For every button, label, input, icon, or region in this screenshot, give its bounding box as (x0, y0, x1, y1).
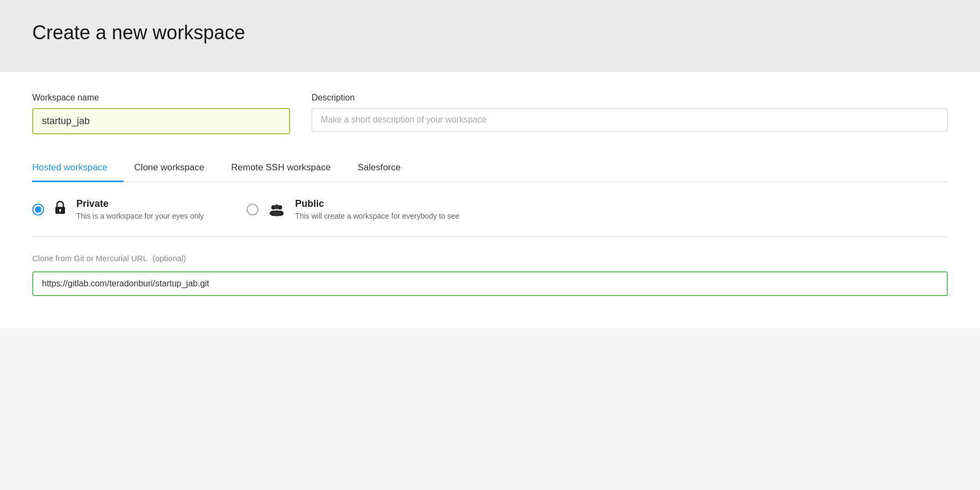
tab-salesforce[interactable]: Salesforce (357, 156, 416, 182)
public-description: This will create a workspace for everybo… (295, 212, 459, 220)
svg-point-7 (275, 204, 279, 209)
svg-rect-2 (60, 210, 61, 212)
visibility-section: Private This is a workspace for your eye… (32, 198, 948, 237)
tabs-container: Hosted workspace Clone workspace Remote … (32, 156, 948, 182)
svg-point-8 (272, 210, 281, 216)
clone-url-input[interactable] (32, 271, 948, 296)
tab-remote-ssh-workspace[interactable]: Remote SSH workspace (231, 156, 347, 182)
tab-clone-workspace[interactable]: Clone workspace (134, 156, 220, 182)
tabs-section: Hosted workspace Clone workspace Remote … (32, 156, 948, 182)
workspace-name-group: Workspace name (32, 93, 290, 134)
private-description: This is a workspace for your eyes only (76, 212, 204, 220)
private-text: Private This is a workspace for your eye… (76, 198, 204, 220)
form-row-top: Workspace name Description (32, 93, 948, 134)
workspace-name-input[interactable] (32, 108, 290, 134)
description-label: Description (312, 93, 948, 103)
clone-git-label: Clone from Git or Mercurial URL (optiona… (32, 253, 948, 264)
header-section: Create a new workspace (0, 0, 980, 71)
lock-icon (53, 200, 68, 219)
visibility-option-private[interactable]: Private This is a workspace for your eye… (32, 198, 204, 220)
page-title: Create a new workspace (32, 21, 948, 44)
private-label: Private (76, 198, 204, 210)
main-content: Workspace name Description Hosted worksp… (0, 71, 980, 328)
public-text: Public This will create a workspace for … (295, 198, 459, 220)
description-input[interactable] (312, 108, 948, 132)
radio-public[interactable] (247, 204, 258, 215)
public-label: Public (295, 198, 459, 210)
tab-hosted-workspace[interactable]: Hosted workspace (32, 156, 124, 182)
description-group: Description (312, 93, 948, 134)
visibility-option-public[interactable]: Public This will create a workspace for … (247, 198, 459, 220)
radio-private[interactable] (32, 204, 44, 215)
people-icon (267, 200, 286, 219)
workspace-name-label: Workspace name (32, 93, 290, 103)
clone-from-git-section: Clone from Git or Mercurial URL (optiona… (32, 253, 948, 296)
